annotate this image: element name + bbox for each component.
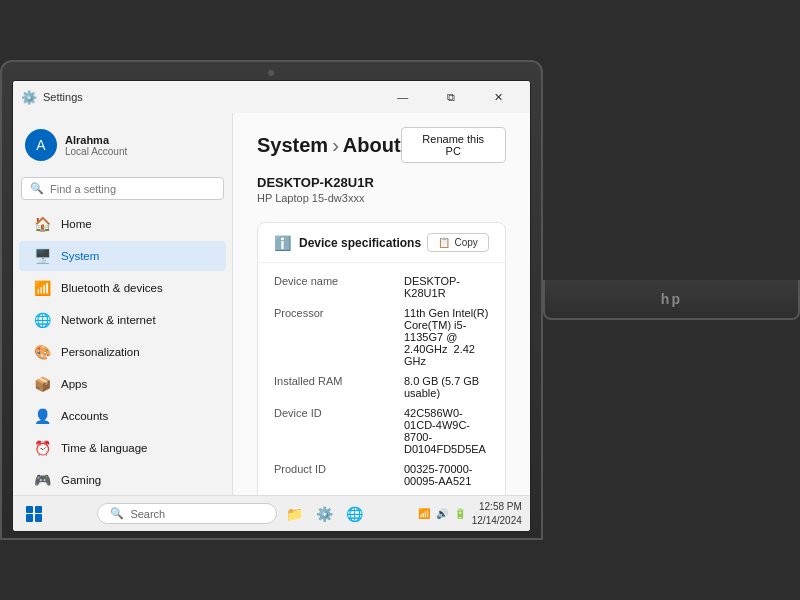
- start-windows-logo: [26, 506, 42, 522]
- laptop-shell: ⚙️ Settings — ⧉ ✕ A Alrahma: [0, 60, 543, 540]
- taskbar-file-explorer[interactable]: 📁: [281, 501, 307, 527]
- spec-label: Product ID: [274, 463, 404, 475]
- title-bar: ⚙️ Settings — ⧉ ✕: [13, 81, 530, 113]
- gaming-icon: 🎮: [33, 472, 51, 488]
- device-name: DESKTOP-K28U1R: [257, 175, 506, 190]
- user-info: Alrahma Local Account: [65, 134, 127, 157]
- breadcrumb-current: About: [343, 134, 401, 157]
- device-specs-table: Device name DESKTOP-K28U1R Processor 11t…: [258, 263, 505, 495]
- device-specs-header: ℹ️ Device specifications 📋 Copy: [258, 223, 505, 263]
- spec-row-device-id: Device ID 42C586W0-01CD-4W9C-8700-D0104F…: [274, 403, 489, 459]
- copy-icon: 📋: [438, 237, 450, 248]
- user-type: Local Account: [65, 146, 127, 157]
- accounts-icon: 👤: [33, 408, 51, 424]
- content-header: System › About Rename this PC: [233, 113, 530, 171]
- taskbar-clock[interactable]: 12:58 PM 12/14/2024: [472, 500, 522, 528]
- time-icon: ⏰: [33, 440, 51, 456]
- search-icon: 🔍: [30, 182, 44, 195]
- hp-logo: hp: [661, 291, 682, 307]
- device-specs-copy-button[interactable]: 📋 Copy: [427, 233, 488, 252]
- sidebar-item-bluetooth[interactable]: 📶 Bluetooth & devices: [19, 273, 226, 303]
- main-content: System › About Rename this PC DESKTOP-K2…: [233, 113, 530, 495]
- taskbar-left: [21, 501, 47, 527]
- nav-label-system: System: [61, 250, 99, 262]
- network-icon: 🌐: [33, 312, 51, 328]
- laptop-screen: ⚙️ Settings — ⧉ ✕ A Alrahma: [12, 80, 531, 532]
- spec-value: 11th Gen Intel(R) Core(TM) i5-1135G7 @ 2…: [404, 307, 489, 367]
- close-button[interactable]: ✕: [476, 81, 522, 113]
- taskbar-network-icon: 📶: [418, 508, 430, 519]
- spec-value: DESKTOP-K28U1R: [404, 275, 489, 299]
- spec-value: 00325-70000-00095-AA521: [404, 463, 489, 487]
- spec-row-device-name: Device name DESKTOP-K28U1R: [274, 271, 489, 303]
- device-name-section: DESKTOP-K28U1R HP Laptop 15-dw3xxx: [233, 171, 530, 216]
- apps-icon: 📦: [33, 376, 51, 392]
- user-profile[interactable]: A Alrahma Local Account: [13, 121, 232, 173]
- laptop-base: hp: [543, 280, 800, 320]
- rename-pc-button[interactable]: Rename this PC: [401, 127, 506, 163]
- maximize-button[interactable]: ⧉: [428, 81, 474, 113]
- nav-label-accounts: Accounts: [61, 410, 108, 422]
- nav-label-network: Network & internet: [61, 314, 156, 326]
- windows-container: ⚙️ Settings — ⧉ ✕ A Alrahma: [13, 81, 530, 531]
- title-bar-left: ⚙️ Settings: [21, 90, 83, 105]
- laptop-camera: [268, 70, 274, 76]
- sidebar: A Alrahma Local Account 🔍 🏠 Home: [13, 113, 233, 495]
- spec-row-product-id: Product ID 00325-70000-00095-AA521: [274, 459, 489, 491]
- spec-row-processor: Processor 11th Gen Intel(R) Core(TM) i5-…: [274, 303, 489, 371]
- spec-label: Installed RAM: [274, 375, 404, 387]
- sidebar-item-gaming[interactable]: 🎮 Gaming: [19, 465, 226, 495]
- spec-label: Device name: [274, 275, 404, 287]
- breadcrumb-separator: ›: [332, 134, 339, 157]
- spec-label: Device ID: [274, 407, 404, 419]
- home-icon: 🏠: [33, 216, 51, 232]
- taskbar-search-label: Search: [130, 508, 165, 520]
- taskbar-edge[interactable]: 🌐: [341, 501, 367, 527]
- spec-label: Processor: [274, 307, 404, 319]
- sidebar-item-time[interactable]: ⏰ Time & language: [19, 433, 226, 463]
- start-button[interactable]: [21, 501, 47, 527]
- device-specs-title: ℹ️ Device specifications: [274, 235, 421, 251]
- taskbar-center: 🔍 Search 📁 ⚙️ 🌐: [97, 501, 367, 527]
- taskbar-search-icon: 🔍: [110, 507, 124, 520]
- spec-value: 42C586W0-01CD-4W9C-8700-D0104FD5D5EA: [404, 407, 489, 455]
- minimize-button[interactable]: —: [380, 81, 426, 113]
- taskbar-time: 12:58 PM: [472, 500, 522, 514]
- device-specs-card: ℹ️ Device specifications 📋 Copy Device n…: [257, 222, 506, 495]
- taskbar-right: 📶 🔊 🔋 12:58 PM 12/14/2024: [418, 500, 522, 528]
- taskbar-settings[interactable]: ⚙️: [311, 501, 337, 527]
- nav-label-gaming: Gaming: [61, 474, 101, 486]
- nav-label-bluetooth: Bluetooth & devices: [61, 282, 163, 294]
- taskbar-search[interactable]: 🔍 Search: [97, 503, 277, 524]
- personalization-icon: 🎨: [33, 344, 51, 360]
- nav-label-home: Home: [61, 218, 92, 230]
- user-name: Alrahma: [65, 134, 127, 146]
- device-model: HP Laptop 15-dw3xxx: [257, 192, 506, 204]
- breadcrumb: System › About: [257, 134, 401, 157]
- system-icon: 🖥️: [33, 248, 51, 264]
- spec-value: 8.0 GB (5.7 GB usable): [404, 375, 489, 399]
- taskbar-battery-icon: 🔋: [454, 508, 466, 519]
- sidebar-item-home[interactable]: 🏠 Home: [19, 209, 226, 239]
- search-input[interactable]: [50, 183, 215, 195]
- spec-row-ram: Installed RAM 8.0 GB (5.7 GB usable): [274, 371, 489, 403]
- taskbar: 🔍 Search 📁 ⚙️ 🌐 📶 🔊 🔋 12:58 PM 12/14/202…: [13, 495, 530, 531]
- window-title: Settings: [43, 91, 83, 103]
- nav-label-apps: Apps: [61, 378, 87, 390]
- title-bar-controls: — ⧉ ✕: [380, 81, 522, 113]
- taskbar-volume-icon: 🔊: [436, 508, 448, 519]
- sidebar-item-personalization[interactable]: 🎨 Personalization: [19, 337, 226, 367]
- breadcrumb-parent: System: [257, 134, 328, 157]
- sidebar-item-system[interactable]: 🖥️ System: [19, 241, 226, 271]
- nav-label-time: Time & language: [61, 442, 148, 454]
- bluetooth-icon: 📶: [33, 280, 51, 296]
- user-avatar: A: [25, 129, 57, 161]
- sidebar-item-network[interactable]: 🌐 Network & internet: [19, 305, 226, 335]
- sidebar-item-apps[interactable]: 📦 Apps: [19, 369, 226, 399]
- sidebar-item-accounts[interactable]: 👤 Accounts: [19, 401, 226, 431]
- sidebar-search-box[interactable]: 🔍: [21, 177, 224, 200]
- taskbar-date: 12/14/2024: [472, 514, 522, 528]
- nav-label-personalization: Personalization: [61, 346, 140, 358]
- info-icon: ℹ️: [274, 235, 291, 251]
- settings-layout: A Alrahma Local Account 🔍 🏠 Home: [13, 113, 530, 495]
